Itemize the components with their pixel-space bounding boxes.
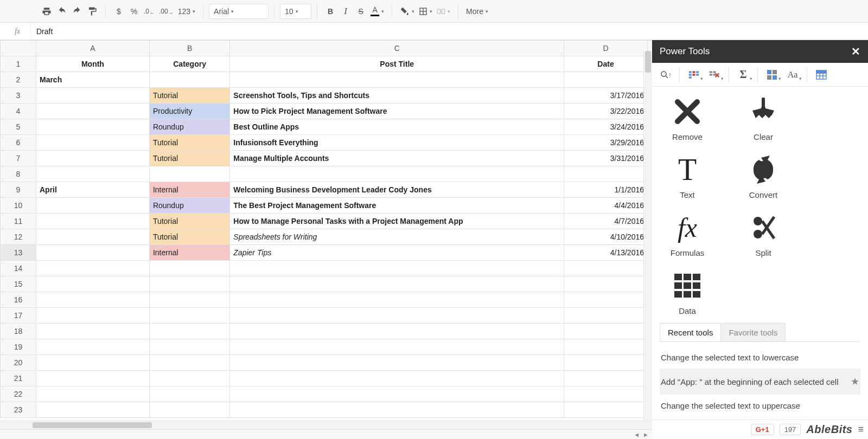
table-row[interactable]: 21 [1, 371, 653, 386]
col-A[interactable]: A [36, 41, 149, 56]
col-D[interactable]: D [564, 41, 648, 56]
scroll-right-icon[interactable]: ► [643, 431, 649, 438]
sum-tool-icon[interactable]: Σ [733, 67, 753, 83]
redo-button[interactable] [69, 4, 85, 19]
close-icon[interactable]: ✕ [851, 45, 860, 58]
increase-decimal-button[interactable]: .00→ [157, 4, 176, 19]
search-tool-icon[interactable]: ! [655, 67, 675, 83]
table-row[interactable]: 5RoundupBest Outline Apps3/24/2016To U [1, 119, 653, 135]
menu-icon[interactable]: ≡ [858, 424, 864, 435]
dedupe-tool-icon[interactable] [684, 67, 704, 83]
table-row[interactable]: 12TutorialSpreadsheets for Writing4/10/2… [1, 229, 653, 245]
col-C[interactable]: C [230, 41, 564, 56]
scroll-left-icon[interactable]: ◄ [634, 431, 640, 438]
table-row[interactable]: 4ProductivityHow to Pick Project Managem… [1, 104, 653, 119]
row-header[interactable]: 14 [1, 261, 36, 276]
row-header[interactable]: 13 [1, 245, 36, 261]
row-header[interactable]: 19 [1, 339, 36, 355]
row-header[interactable]: 9 [1, 182, 36, 198]
merge-button[interactable] [435, 4, 452, 19]
table-row[interactable]: 20 [1, 355, 653, 371]
font-size-select[interactable]: 10 [280, 4, 311, 19]
remove-dup-tool-icon[interactable] [705, 67, 724, 83]
vertical-scrollbar[interactable] [643, 51, 652, 421]
tile-data[interactable]: Data [663, 270, 712, 315]
tile-text[interactable]: T Text [663, 154, 712, 199]
currency-button[interactable]: $ [111, 4, 126, 19]
decrease-decimal-button[interactable]: .0← [142, 4, 157, 19]
table-row[interactable]: 16 [1, 292, 653, 308]
row-header[interactable]: 23 [1, 402, 36, 418]
table-row[interactable]: 1MonthCategoryPost TitleDate [1, 56, 653, 72]
row-header[interactable]: 12 [1, 229, 36, 245]
table-row[interactable]: 13InternalZapier Tips4/13/2016Draft [1, 245, 653, 261]
tab-recent[interactable]: Recent tools [660, 323, 721, 342]
table-row[interactable]: 10RoundupThe Best Project Management Sof… [1, 198, 653, 214]
text-color-button[interactable]: A [368, 4, 386, 19]
row-header[interactable]: 3 [1, 88, 36, 104]
row-header[interactable]: 1 [1, 56, 36, 72]
table-row[interactable]: 17 [1, 308, 653, 324]
table-row[interactable]: 23 [1, 402, 653, 418]
table-row[interactable]: 3TutorialScreenshot Tools, Tips and Shor… [1, 88, 653, 104]
strikethrough-button[interactable]: S [353, 4, 368, 19]
tile-formulas[interactable]: fx Formulas [663, 212, 712, 257]
recent-tool-item[interactable]: Change the selected text to lowercase [660, 346, 860, 369]
table-row[interactable]: 11TutorialHow to Manage Personal Tasks w… [1, 214, 653, 229]
table-row[interactable]: 22 [1, 386, 653, 402]
tile-split[interactable]: Split [739, 212, 788, 257]
col-B[interactable]: B [149, 41, 229, 56]
table-row[interactable]: 18 [1, 324, 653, 339]
print-button[interactable] [39, 4, 54, 19]
row-header[interactable]: 6 [1, 135, 36, 151]
layout-tool-icon[interactable] [762, 67, 782, 83]
recent-tool-item[interactable]: Change the selected text to uppercase [660, 395, 860, 417]
star-icon[interactable]: ★ [851, 376, 859, 388]
more-button[interactable]: More [464, 4, 490, 19]
recent-tool-item[interactable]: Add "App: " at the beginning of each sel… [660, 369, 860, 395]
tile-remove[interactable]: Remove [663, 96, 712, 141]
bold-button[interactable]: B [323, 4, 338, 19]
table-row[interactable]: 9AprilInternalWelcoming Business Develop… [1, 182, 653, 198]
table-row[interactable]: 15 [1, 276, 653, 292]
row-header[interactable]: 21 [1, 371, 36, 386]
fill-color-button[interactable] [398, 4, 417, 19]
italic-button[interactable]: I [338, 4, 353, 19]
undo-button[interactable] [54, 4, 69, 19]
tab-favorite[interactable]: Favorite tools [721, 323, 786, 342]
row-header[interactable]: 22 [1, 386, 36, 402]
row-header[interactable]: 4 [1, 104, 36, 119]
paint-format-button[interactable] [85, 4, 100, 19]
borders-button[interactable] [417, 4, 435, 19]
column-headers[interactable]: A B C D [1, 41, 653, 56]
table-row[interactable]: 8Tota [1, 166, 653, 182]
percent-button[interactable]: % [126, 4, 142, 19]
horizontal-scrollbar[interactable] [0, 421, 652, 429]
row-header[interactable]: 10 [1, 198, 36, 214]
row-header[interactable]: 7 [1, 151, 36, 166]
font-select[interactable]: Arial [209, 4, 269, 19]
tile-convert[interactable]: Convert [739, 154, 788, 199]
gplus-button[interactable]: G+1 [751, 424, 774, 435]
row-header[interactable]: 18 [1, 324, 36, 339]
select-all-cell[interactable] [1, 41, 36, 56]
table-row[interactable]: 14 [1, 261, 653, 276]
formula-input[interactable]: Draft [30, 23, 864, 40]
num-format-button[interactable]: 123 [176, 4, 197, 19]
row-header[interactable]: 5 [1, 119, 36, 135]
case-tool-icon[interactable]: Aa [783, 67, 802, 83]
row-header[interactable]: 16 [1, 292, 36, 308]
table-row[interactable]: 19 [1, 339, 653, 355]
row-header[interactable]: 8 [1, 166, 36, 182]
tile-clear[interactable]: Clear [739, 96, 788, 141]
row-header[interactable]: 2 [1, 72, 36, 88]
row-header[interactable]: 20 [1, 355, 36, 371]
row-header[interactable]: 15 [1, 276, 36, 292]
table-row[interactable]: 6TutorialInfusionsoft Everything3/29/201… [1, 135, 653, 151]
table-row[interactable]: 7TutorialManage Multiple Accounts3/31/20… [1, 151, 653, 166]
row-header[interactable]: 11 [1, 214, 36, 229]
table-row[interactable]: 2March [1, 72, 653, 88]
grid-table[interactable]: A B C D 1MonthCategoryPost TitleDate2Mar… [0, 40, 652, 418]
table-tool-icon[interactable] [812, 67, 831, 83]
row-header[interactable]: 17 [1, 308, 36, 324]
